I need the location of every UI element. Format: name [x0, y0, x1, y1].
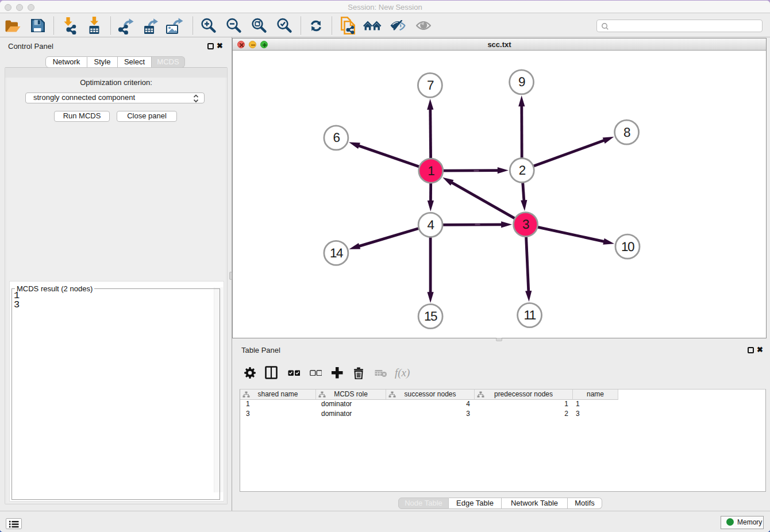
svg-text:15: 15: [424, 309, 437, 323]
svg-text:14: 14: [330, 246, 343, 260]
svg-text:4: 4: [428, 218, 434, 232]
svg-text:9: 9: [518, 75, 525, 89]
svg-text:1: 1: [428, 164, 434, 178]
svg-text:7: 7: [427, 78, 434, 92]
svg-text:3: 3: [522, 217, 529, 232]
svg-text:6: 6: [333, 130, 340, 145]
svg-text:10: 10: [621, 240, 634, 254]
svg-text:2: 2: [519, 163, 526, 178]
svg-text:8: 8: [623, 125, 630, 140]
svg-text:11: 11: [523, 308, 536, 322]
